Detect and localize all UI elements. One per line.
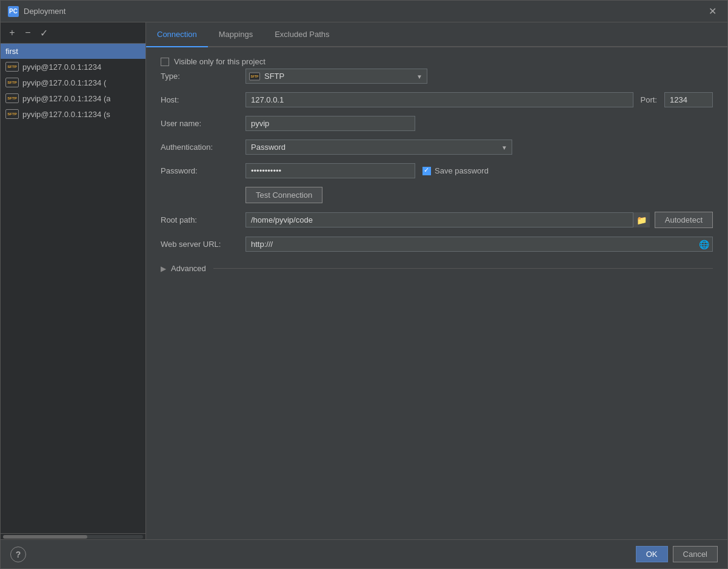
sidebar-item-label-3: pyvip@127.0.0.1:1234 (a: [22, 94, 110, 103]
advanced-divider: [213, 268, 713, 269]
bottom-right: OK Cancel: [636, 546, 718, 562]
sidebar-item-3[interactable]: pyvip@127.0.0.1:1234 (a: [1, 90, 145, 106]
test-connection-row: Test Connection: [161, 187, 713, 203]
root-path-label: Root path:: [161, 215, 245, 224]
sftp-icon-3: [5, 93, 19, 103]
scrollbar-track: [3, 535, 143, 539]
autodetect-button[interactable]: Autodetect: [655, 212, 713, 228]
remove-button[interactable]: −: [21, 26, 35, 39]
tabs: Connection Mappings Excluded Paths: [146, 22, 727, 47]
scrollbar-thumb: [3, 535, 87, 539]
tab-excluded-paths[interactable]: Excluded Paths: [264, 22, 340, 47]
sftp-icon-2: [5, 78, 19, 87]
bottom-bar: ? OK Cancel: [1, 539, 727, 568]
visible-only-row: Visible only for this project: [161, 57, 713, 66]
sidebar-item-label-first: first: [5, 47, 18, 56]
form-area: Visible only for this project Type: SFTP…: [146, 47, 727, 539]
web-server-input-wrap: 🌐: [245, 237, 713, 252]
type-select[interactable]: SFTP FTP Local or mounted folder: [245, 69, 427, 84]
sidebar-item-first[interactable]: first: [1, 44, 145, 59]
host-row: Host: Port:: [161, 92, 713, 107]
deployment-dialog: PC Deployment ✕ + − ✓ first pyvip@127.0.…: [0, 0, 728, 569]
auth-select-wrapper: Password Key pair (OpenSSH or PuTTY) Ope…: [245, 140, 512, 155]
username-row: User name:: [161, 116, 713, 131]
tab-connection[interactable]: Connection: [146, 22, 208, 47]
host-input[interactable]: [245, 92, 633, 107]
web-server-label: Web server URL:: [161, 240, 245, 249]
root-path-input[interactable]: [245, 212, 650, 227]
main-content: + − ✓ first pyvip@127.0.0.1:1234 pyvip@1…: [1, 22, 727, 539]
password-label: Password:: [161, 166, 245, 175]
tab-mappings[interactable]: Mappings: [208, 22, 264, 47]
advanced-label: Advanced: [171, 264, 206, 273]
auth-row: Authentication: Password Key pair (OpenS…: [161, 140, 713, 155]
globe-icon: 🌐: [699, 240, 709, 249]
visible-only-label: Visible only for this project: [174, 57, 265, 66]
folder-icon: 📁: [636, 215, 647, 225]
sidebar-item-label-1: pyvip@127.0.0.1:1234: [22, 62, 101, 72]
web-server-input[interactable]: [245, 237, 713, 252]
advanced-arrow-icon: ▶: [161, 264, 166, 273]
save-password-label: Save password: [435, 166, 489, 175]
sidebar-scrollbar[interactable]: [1, 533, 145, 539]
sidebar-item-4[interactable]: pyvip@127.0.0.1:1234 (s: [1, 106, 145, 122]
sftp-icon-4: [5, 109, 19, 119]
app-icon: PC: [8, 6, 19, 17]
sftp-icon-1: [5, 62, 19, 72]
username-input[interactable]: [245, 116, 415, 131]
auth-label: Authentication:: [161, 143, 245, 152]
port-input[interactable]: [664, 92, 713, 107]
port-label: Port:: [641, 95, 657, 104]
sidebar-item-2[interactable]: pyvip@127.0.0.1:1234 (: [1, 75, 145, 90]
visible-only-checkbox[interactable]: [161, 58, 169, 66]
window-title: Deployment: [24, 7, 705, 16]
ok-button[interactable]: OK: [636, 546, 668, 562]
password-input[interactable]: [245, 163, 415, 178]
type-row: Type: SFTP SFTP FTP Local or mounted fol…: [161, 69, 713, 84]
type-select-wrapper: SFTP SFTP FTP Local or mounted folder ▼: [245, 69, 427, 84]
title-bar: PC Deployment ✕: [1, 1, 727, 22]
close-button[interactable]: ✕: [705, 5, 720, 18]
right-panel: Connection Mappings Excluded Paths Visib…: [146, 22, 727, 539]
save-password-checkbox[interactable]: [422, 167, 431, 175]
web-server-row: Web server URL: 🌐: [161, 237, 713, 252]
password-row: Password: Save password: [161, 163, 713, 178]
help-button[interactable]: ?: [10, 547, 26, 562]
confirm-button[interactable]: ✓: [37, 26, 50, 39]
add-button[interactable]: +: [5, 26, 19, 39]
test-connection-button[interactable]: Test Connection: [245, 187, 322, 203]
advanced-section[interactable]: ▶ Advanced: [161, 260, 713, 277]
save-password-wrap: Save password: [422, 166, 489, 175]
root-path-input-wrap: 📁: [245, 212, 650, 227]
username-label: User name:: [161, 119, 245, 128]
auth-select[interactable]: Password Key pair (OpenSSH or PuTTY) Ope…: [245, 140, 512, 155]
host-label: Host:: [161, 95, 245, 104]
sidebar-item-label-4: pyvip@127.0.0.1:1234 (s: [22, 110, 110, 119]
sidebar-item-label-2: pyvip@127.0.0.1:1234 (: [22, 78, 106, 87]
sidebar-toolbar: + − ✓: [1, 22, 145, 44]
root-path-row: Root path: 📁 Autodetect: [161, 212, 713, 228]
root-path-browse-button[interactable]: 📁: [633, 212, 650, 227]
sidebar-item-1[interactable]: pyvip@127.0.0.1:1234: [1, 59, 145, 75]
type-label: Type:: [161, 72, 245, 81]
cancel-button[interactable]: Cancel: [673, 546, 718, 562]
sidebar: + − ✓ first pyvip@127.0.0.1:1234 pyvip@1…: [1, 22, 146, 539]
sidebar-items: first pyvip@127.0.0.1:1234 pyvip@127.0.0…: [1, 44, 145, 533]
